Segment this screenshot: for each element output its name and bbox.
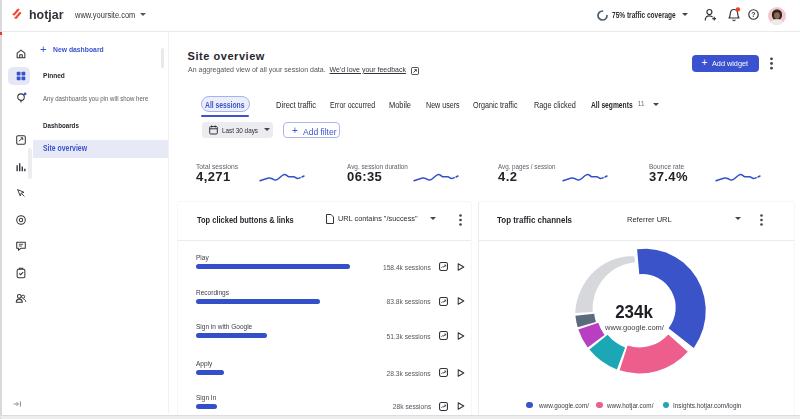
svg-text:?: ? (751, 11, 755, 18)
